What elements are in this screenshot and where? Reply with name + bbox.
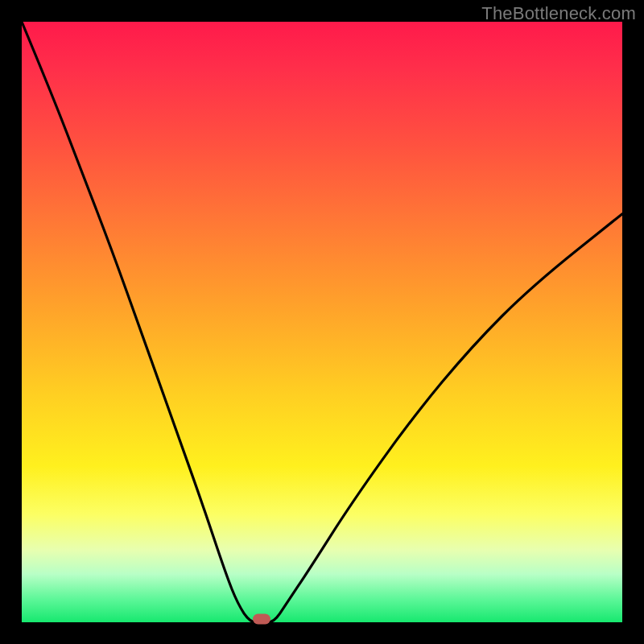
chart-frame: TheBottleneck.com: [0, 0, 644, 644]
bottleneck-curve: [22, 22, 622, 622]
minimum-marker: [253, 614, 270, 625]
plot-area: [22, 22, 622, 622]
